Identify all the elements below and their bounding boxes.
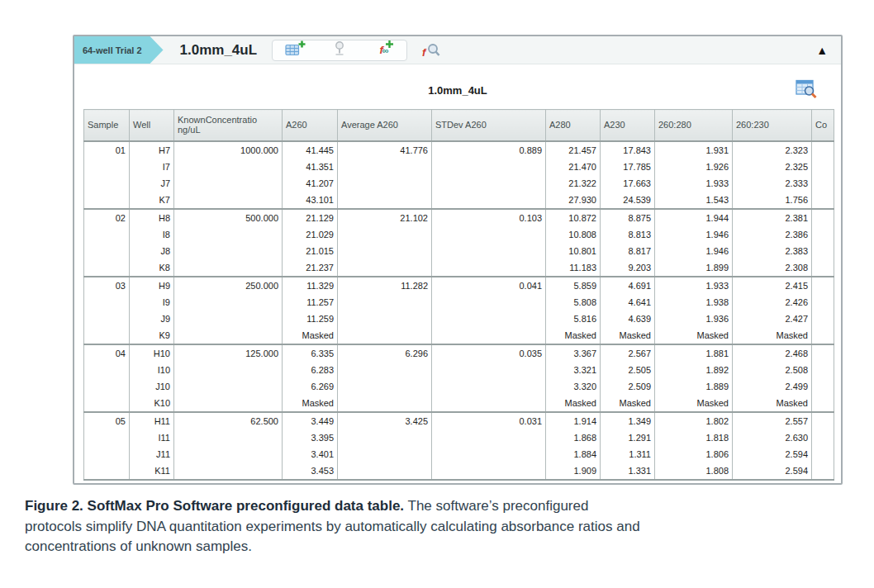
experiment-tab[interactable]: 64-well Trial 2 [74,36,164,64]
cell-value: 3.321 [546,362,600,378]
cell-value: 11.259 [283,311,337,327]
cell-value: 1.899 [655,259,732,276]
table-cell: 250.000 [174,277,283,344]
cell-value: Masked [733,395,811,411]
cell-value: 1.944 [655,210,732,226]
table-cell: 21.12921.02921.01521.237 [283,209,338,277]
cell-value: 2.323 [733,142,811,159]
cell-value: 17.785 [601,159,654,175]
cell-value: 27.930 [546,192,600,208]
cell-value: 1.946 [655,226,732,243]
cell-value: 2.333 [733,175,811,192]
table-cell [812,209,834,277]
cell-value: 05 [84,413,129,429]
cell-value: H8 [130,210,173,226]
cell-value: 1.889 [655,378,732,395]
column-header-a280: A280 [546,110,601,141]
table-cell: 5.8595.8085.816Masked [546,277,601,344]
column-header-knownconcentratio: KnownConcentratio ng/uL [174,110,283,141]
cell-value: J8 [130,243,173,259]
table-cell: 3.425 [338,412,432,480]
pin-button[interactable] [329,42,350,59]
cell-value: Masked [601,327,654,344]
cell-value: 1.926 [655,159,732,175]
cell-value: 2.468 [733,345,811,362]
cell-value: 1.931 [655,142,732,159]
cell-value: 21.029 [283,226,337,243]
cell-value: 5.808 [546,294,600,311]
cell-value: 5.816 [546,311,600,327]
cell-value: 03 [84,277,129,294]
cell-value: 2.508 [733,362,811,378]
table-cell: 0.031 [432,412,546,480]
cell-value: 3.453 [283,462,337,479]
cell-value: 8.813 [601,226,654,243]
cell-value: 0.103 [432,210,545,226]
cell-value: 1.802 [655,413,732,429]
table-cell: 1.9311.9261.9331.543 [655,141,733,209]
cell-value: J11 [130,446,173,462]
table-cell: 11.282 [338,277,432,344]
cell-value: 2.594 [733,446,811,462]
cell-value: 500.000 [174,210,282,226]
data-table: SampleWellKnownConcentratio ng/uLA260Ave… [83,109,834,481]
table-options-button[interactable] [796,79,818,102]
table-cell: 2.4682.5082.499Masked [733,344,812,412]
add-table-button[interactable] [284,42,306,59]
column-header-co: Co [812,110,834,141]
table-cell: 2.4152.4262.427Masked [733,277,812,344]
column-header-260: 260:230 [733,110,812,141]
table-header-row: SampleWellKnownConcentratio ng/uLA260Ave… [84,110,834,141]
cell-value: 1.291 [601,429,654,446]
table-title: 1.0mm_4uL [74,84,841,97]
cell-value: 3.425 [338,413,431,429]
section-tab-bar: 64-well Trial 2 1.0mm_4uL [74,36,841,64]
figure-caption-text: concentrations of unknown samples. [25,538,252,554]
table-cell: 2.5672.5052.509Masked [601,344,655,412]
cell-value: 1.946 [655,243,732,259]
table-cell [812,277,834,344]
cell-value: H10 [130,345,173,362]
collapse-button[interactable]: ▲ [816,42,828,59]
table-cell: 21.45721.47021.32227.930 [546,141,601,209]
cell-value: I8 [130,226,173,243]
table-cell: H9I9J9K9 [130,277,174,344]
figure-caption-text: The software’s preconfigured [404,498,588,514]
cell-value: 21.470 [546,159,600,175]
table-cell [812,141,834,209]
table-cell: 11.32911.25711.259Masked [283,277,338,344]
cell-value: 2.505 [601,362,654,378]
cell-value: 11.329 [283,277,337,294]
cell-value: 41.207 [283,175,337,192]
column-header-stdev: STDev A260 [432,110,546,141]
column-header-well: Well [130,110,174,141]
cell-value: 1.933 [655,175,732,192]
cell-value: 17.663 [601,175,654,192]
table-cell: 2.3812.3862.3832.308 [733,209,812,277]
formula-plus-icon: f∞ [380,45,389,55]
table-cell: 01 [84,141,130,209]
table-cell: H10I10J10K10 [130,344,174,412]
cell-value: 1.756 [733,192,811,208]
cell-value: 62.500 [174,413,282,429]
cell-value: Masked [655,395,732,411]
cell-value: 11.257 [283,294,337,311]
cell-value: 1.938 [655,294,732,311]
table-cell: 17.84317.78517.66324.539 [601,141,655,209]
table-cell: 3.3673.3213.320Masked [546,344,601,412]
table-cell: 0.889 [432,141,546,209]
table-body: 01H7I7J7K71000.00041.44541.35141.20743.1… [84,141,834,480]
cell-value: 21.015 [283,243,337,259]
table-cell: 05 [84,412,130,480]
softmax-pro-panel: 64-well Trial 2 1.0mm_4uL [73,35,843,485]
table-cell: 1.9331.9381.936Masked [655,277,733,344]
cell-value: 2.499 [733,378,811,395]
cell-value: 0.031 [432,413,545,429]
cell-value: 3.395 [283,429,337,446]
cell-value: 2.557 [733,413,811,429]
cell-value: I9 [130,294,173,311]
add-formula-button[interactable]: f∞ [373,42,395,59]
cell-value: 21.457 [546,142,600,159]
find-formula-button[interactable]: f [420,42,442,59]
cell-value: K9 [130,327,173,344]
